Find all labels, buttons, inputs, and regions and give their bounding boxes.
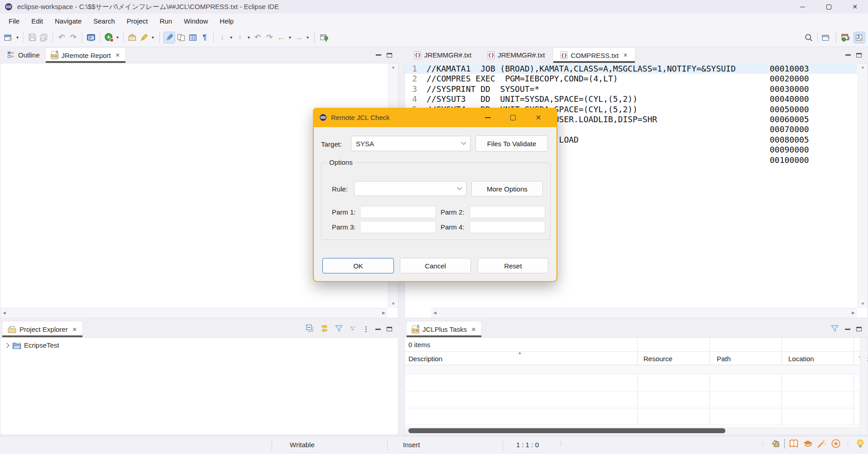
code-line[interactable]: 4//SYSUT3 DD UNIT=SYSDA,SPACE=(CYL,(5,2)…: [405, 94, 857, 104]
tab-project-explorer[interactable]: Project Explorer ✕: [2, 321, 83, 337]
menu-file[interactable]: File: [3, 14, 25, 28]
redo-icon[interactable]: ↷: [67, 32, 79, 43]
tab-jclplus-tasks[interactable]: JCLB JCLPlus Tasks ✕: [406, 321, 482, 337]
menu-project[interactable]: Project: [121, 14, 154, 28]
column-header-resource[interactable]: Resource: [643, 352, 672, 365]
scroll-right-icon[interactable]: ▶: [382, 311, 385, 315]
minimize-view-icon[interactable]: [845, 329, 850, 330]
reset-button[interactable]: Reset: [478, 258, 548, 273]
back-history-icon[interactable]: ←: [275, 32, 287, 43]
close-icon[interactable]: ✕: [471, 326, 476, 333]
menu-edit[interactable]: Edit: [25, 14, 49, 28]
java-perspective-icon[interactable]: J: [840, 32, 852, 43]
lightbulb-icon[interactable]: [855, 439, 865, 449]
view-modes-icon[interactable]: [349, 325, 357, 334]
previous-annotation-icon[interactable]: ↑: [234, 32, 246, 43]
filter-icon[interactable]: [335, 324, 343, 335]
menu-navigate[interactable]: Navigate: [49, 14, 87, 28]
horizontal-scrollbar[interactable]: ◀ ▶: [431, 308, 857, 318]
forward-history-dropdown-icon[interactable]: ▾: [305, 35, 311, 40]
docs-book-icon[interactable]: [789, 439, 799, 449]
maximize-view-icon[interactable]: [856, 53, 862, 57]
dialog-minimize-button[interactable]: [475, 109, 500, 127]
tab-jremote-report[interactable]: JCLB JRemote Report ✕: [45, 47, 126, 63]
forward-history-icon[interactable]: →: [293, 32, 305, 43]
run-dropdown-icon[interactable]: ▾: [115, 35, 120, 40]
pin-editor-icon[interactable]: [318, 32, 330, 43]
minimize-view-icon[interactable]: [845, 54, 851, 56]
table-row[interactable]: [405, 392, 860, 408]
scrollbar-thumb[interactable]: [408, 428, 725, 433]
undo-icon[interactable]: ↶: [56, 32, 67, 43]
scroll-up-icon[interactable]: ▲: [861, 65, 865, 69]
scroll-right-icon[interactable]: ▶: [852, 311, 855, 315]
scroll-down-icon[interactable]: ▼: [861, 302, 865, 306]
menu-search[interactable]: Search: [87, 14, 121, 28]
ok-button[interactable]: OK: [322, 258, 394, 273]
code-line[interactable]: 3//SYSPRINT DD SYSOUT=*00030000: [405, 84, 857, 94]
new-wizard-icon[interactable]: [3, 32, 14, 43]
drag-handle-icon[interactable]: ⋮: [558, 440, 564, 446]
highlighter-icon[interactable]: [138, 32, 150, 43]
dialog-close-button[interactable]: ✕: [526, 109, 551, 127]
table-view-icon[interactable]: [187, 32, 199, 43]
column-header-description[interactable]: Description: [408, 352, 442, 365]
magic-wand-icon[interactable]: [817, 439, 827, 449]
files-to-validate-button[interactable]: Files To Validate: [475, 135, 548, 152]
horizontal-scrollbar[interactable]: [405, 427, 860, 435]
drag-handle-icon[interactable]: ⋮: [845, 440, 851, 447]
search-icon[interactable]: [803, 32, 815, 43]
next-edit-location-icon[interactable]: ↷: [264, 32, 275, 43]
menu-run[interactable]: Run: [153, 14, 178, 28]
window-maximize-button[interactable]: [815, 0, 842, 14]
mark-occurrences-icon[interactable]: [163, 32, 175, 43]
minimize-view-icon[interactable]: [376, 54, 381, 56]
close-icon[interactable]: ✕: [72, 326, 77, 333]
parm2-input[interactable]: [470, 206, 545, 218]
column-header-path[interactable]: Path: [717, 352, 731, 365]
close-icon[interactable]: ✕: [115, 52, 120, 58]
code-line[interactable]: 2//COMPRES EXEC PGM=IEBCOPY,COND=(4,LT)0…: [405, 74, 857, 84]
vertical-scrollbar[interactable]: ▲ ▼: [858, 63, 868, 308]
dialog-titlebar[interactable]: Remote JCL Check ✕: [313, 108, 557, 127]
tab-jremmgr-2[interactable]: {} JREMMGR#.txt: [480, 47, 553, 63]
learning-cap-icon[interactable]: [803, 439, 813, 449]
minimize-view-icon[interactable]: [375, 329, 381, 330]
run-jcl-check-icon[interactable]: [103, 32, 115, 43]
open-perspective-icon[interactable]: [820, 32, 832, 43]
column-header-location[interactable]: Location: [788, 352, 814, 365]
maximize-view-icon[interactable]: [387, 327, 392, 331]
toolbox-icon[interactable]: [126, 32, 138, 43]
horizontal-scrollbar[interactable]: ◀ ▶: [0, 308, 388, 318]
window-minimize-button[interactable]: [789, 0, 815, 14]
table-row[interactable]: [405, 408, 860, 425]
save-icon[interactable]: [26, 32, 38, 43]
menu-window[interactable]: Window: [178, 14, 214, 28]
close-icon[interactable]: ✕: [623, 52, 628, 58]
highlighter-dropdown-icon[interactable]: ▾: [150, 35, 156, 40]
window-close-button[interactable]: ✕: [842, 0, 868, 14]
chevron-right-icon[interactable]: [4, 343, 9, 348]
maximize-view-icon[interactable]: [387, 53, 392, 57]
vertical-scrollbar[interactable]: [860, 338, 868, 435]
maximize-view-icon[interactable]: [856, 327, 862, 331]
view-menu-icon[interactable]: ⋮: [363, 325, 369, 333]
back-history-dropdown-icon[interactable]: ▾: [287, 35, 293, 40]
table-row[interactable]: [405, 374, 860, 392]
jcl-perspective-icon[interactable]: J: [854, 32, 865, 43]
show-whitespace-icon[interactable]: ¶: [199, 32, 211, 43]
more-options-button[interactable]: More Options: [471, 181, 543, 196]
collapse-all-icon[interactable]: [306, 324, 314, 335]
scroll-left-icon[interactable]: ◀: [433, 311, 436, 315]
rule-combo[interactable]: [354, 181, 466, 196]
tip-of-day-icon[interactable]: [770, 439, 780, 449]
console-icon[interactable]: [85, 32, 97, 43]
tab-compress[interactable]: {} COMPRESS.txt ✕: [553, 47, 635, 63]
dialog-maximize-button[interactable]: [500, 109, 526, 127]
menu-help[interactable]: Help: [214, 14, 240, 28]
parm3-input[interactable]: [360, 221, 436, 233]
scroll-left-icon[interactable]: ◀: [3, 311, 6, 315]
target-combo[interactable]: SYSA: [351, 136, 470, 151]
previous-annotation-dropdown-icon[interactable]: ▾: [246, 35, 252, 40]
table-row[interactable]: [405, 365, 860, 374]
